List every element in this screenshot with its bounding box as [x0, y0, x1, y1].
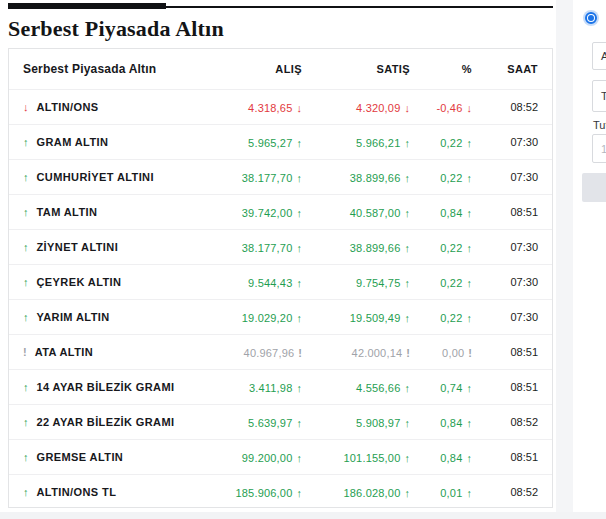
asset-select[interactable]: A [592, 42, 606, 70]
convert-button[interactable] [582, 173, 606, 202]
table-row[interactable]: ↑ GREMSE ALTIN 99.200,00↑ 101.155,00↑ 0,… [9, 439, 552, 474]
percent-change: 0,84 [440, 417, 462, 429]
update-time: 08:52 [472, 416, 538, 428]
instrument-name: GREMSE ALTIN [37, 451, 124, 463]
buy-price: 39.742,00 [242, 207, 293, 219]
trend-icon: ↑ [23, 416, 29, 428]
percent-change: 0,84 [440, 207, 462, 219]
instrument-name: 14 AYAR BİLEZİK GRAMI [37, 381, 175, 393]
table-header-row: Serbest Piyasada Altın ALIŞ SATIŞ % SAAT [9, 49, 552, 89]
table-row[interactable]: ↑ GRAM ALTIN 5.965,27↑ 5.966,21↑ 0,22↑ 0… [9, 124, 552, 159]
buy-price: 185.906,00 [235, 487, 292, 499]
instrument-name: TAM ALTIN [37, 206, 98, 218]
table-row[interactable]: ↑ 22 AYAR BİLEZİK GRAMI 5.639,97↑ 5.908,… [9, 404, 552, 439]
table-row[interactable]: ! ATA ALTIN 40.967,96! 42.000,14! 0,00! … [9, 334, 552, 369]
sell-price: 9.754,75 [356, 277, 400, 289]
column-header-satis: SATIŞ [302, 63, 410, 75]
sell-price: 19.509,49 [350, 312, 401, 324]
instrument-name: 22 AYAR BİLEZİK GRAMI [37, 416, 175, 428]
percent-change: 0,22 [440, 172, 462, 184]
trend-icon: ↑ [23, 136, 29, 148]
percent-change: -0,46 [436, 102, 462, 114]
radio-selected-icon[interactable] [585, 12, 597, 24]
sell-price: 38.899,66 [350, 172, 401, 184]
gold-prices-page: Serbest Piyasada Altın Serbest Piyasada … [0, 0, 606, 519]
percent-change: 0,01 [440, 487, 462, 499]
percent-change: 0,22 [440, 137, 462, 149]
asset-select-value: A [601, 50, 606, 62]
instrument-name: YARIM ALTIN [37, 311, 110, 323]
update-time: 08:51 [472, 381, 538, 393]
table-row[interactable]: ↑ YARIM ALTIN 19.029,20↑ 19.509,49↑ 0,22… [9, 299, 552, 334]
instrument-name: ATA ALTIN [35, 346, 93, 358]
column-header-saat: SAAT [472, 63, 538, 75]
buy-price: 99.200,00 [242, 452, 293, 464]
trend-icon: ↑ [23, 171, 29, 183]
buy-price: 19.029,20 [242, 312, 293, 324]
buy-price: 5.965,27 [248, 137, 292, 149]
update-time: 08:51 [472, 206, 538, 218]
amount-input[interactable]: 10 [592, 134, 606, 163]
percent-change: 0,22 [440, 312, 462, 324]
table-body: ↓ ALTIN/ONS 4.318,65↓ 4.320,09↓ -0,46↓ 0… [9, 89, 552, 509]
table-row[interactable]: ↑ 14 AYAR BİLEZİK GRAMI 3.411,98↑ 4.556,… [9, 369, 552, 404]
percent-change: 0,22 [440, 242, 462, 254]
trend-icon: ↓ [23, 101, 29, 113]
table-row[interactable]: ↑ ALTIN/ONS TL 185.906,00↑ 186.028,00↑ 0… [9, 474, 552, 509]
sell-price: 4.556,66 [356, 382, 400, 394]
instrument-name: ALTIN/ONS [37, 101, 99, 113]
instrument-name: GRAM ALTIN [37, 136, 109, 148]
instrument-name: ZİYNET ALTINI [37, 241, 119, 253]
buy-price: 40.967,96 [244, 347, 295, 359]
instrument-name: ÇEYREK ALTIN [37, 276, 122, 288]
trend-icon: ↑ [23, 311, 29, 323]
percent-change: 0,74 [440, 382, 462, 394]
table-row[interactable]: ↑ TAM ALTIN 39.742,00↑ 40.587,00↑ 0,84↑ … [9, 194, 552, 229]
table-row[interactable]: ↑ CUMHURİYET ALTINI 38.177,70↑ 38.899,66… [9, 159, 552, 194]
trend-icon: ↑ [23, 276, 29, 288]
percent-change: 0,84 [440, 452, 462, 464]
table-title-header: Serbest Piyasada Altın [23, 62, 202, 76]
table-row[interactable]: ↑ ÇEYREK ALTIN 9.544,43↑ 9.754,75↑ 0,22↑… [9, 264, 552, 299]
update-time: 07:30 [472, 171, 538, 183]
update-time: 08:51 [472, 346, 538, 358]
instrument-name: CUMHURİYET ALTINI [37, 171, 154, 183]
page-title: Serbest Piyasada Altın [8, 16, 224, 42]
trend-icon: ↑ [23, 381, 29, 393]
update-time: 07:30 [472, 136, 538, 148]
buy-price: 3.411,98 [249, 382, 293, 394]
sell-price: 4.320,09 [356, 102, 400, 114]
amount-label: Tut [593, 119, 606, 131]
update-time: 08:51 [472, 451, 538, 463]
update-time: 07:30 [472, 276, 538, 288]
sell-price: 5.966,21 [356, 137, 400, 149]
converter-panel: A TI Tut 10 [573, 0, 606, 519]
update-time: 07:30 [472, 311, 538, 323]
buy-price: 4.318,65 [248, 102, 292, 114]
currency-select[interactable]: TI [592, 80, 606, 112]
buy-price: 9.544,43 [248, 277, 292, 289]
section-divider [8, 6, 553, 8]
sell-price: 186.028,00 [343, 487, 400, 499]
trend-icon: ↑ [23, 451, 29, 463]
bottom-section-edge [0, 512, 606, 519]
sell-price: 40.587,00 [350, 207, 401, 219]
buy-price: 5.639,97 [248, 417, 292, 429]
column-header-pct: % [410, 63, 472, 75]
table-row[interactable]: ↓ ALTIN/ONS 4.318,65↓ 4.320,09↓ -0,46↓ 0… [9, 89, 552, 124]
sell-price: 38.899,66 [350, 242, 401, 254]
update-time: 08:52 [472, 486, 538, 498]
update-time: 07:30 [472, 241, 538, 253]
table-row[interactable]: ↑ ZİYNET ALTINI 38.177,70↑ 38.899,66↑ 0,… [9, 229, 552, 264]
currency-select-value: TI [601, 90, 606, 102]
percent-change: 0,00 [442, 347, 464, 359]
buy-price: 38.177,70 [242, 172, 293, 184]
trend-icon: ↑ [23, 241, 29, 253]
trend-icon: ! [23, 346, 27, 358]
gold-prices-table: Serbest Piyasada Altın ALIŞ SATIŞ % SAAT… [8, 48, 553, 508]
trend-icon: ↑ [23, 486, 29, 498]
percent-change: 0,22 [440, 277, 462, 289]
amount-input-value: 10 [601, 143, 606, 155]
instrument-name: ALTIN/ONS TL [37, 486, 117, 498]
column-gutter [556, 0, 573, 519]
